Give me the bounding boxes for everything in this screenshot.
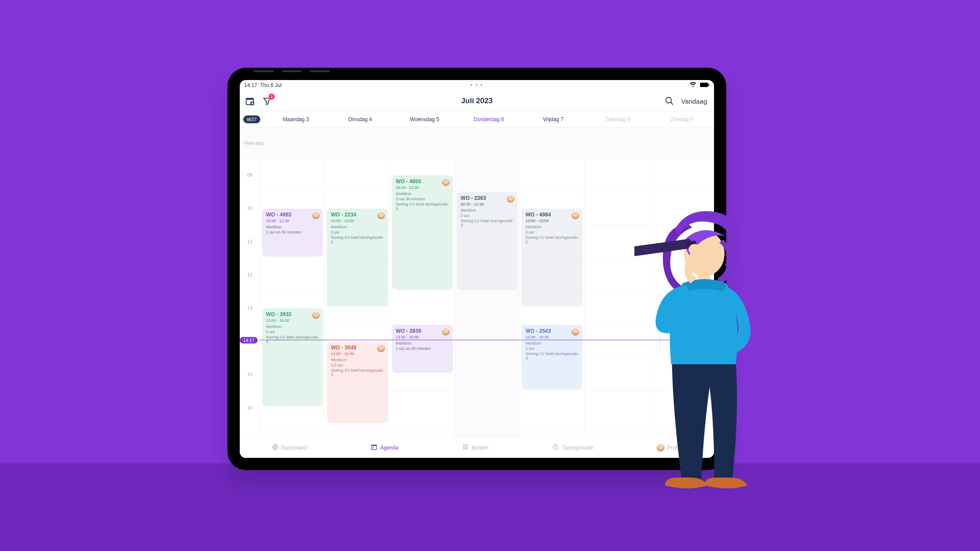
event-note: Storing CV ketel storingscode: 3 — [525, 235, 578, 244]
calendar-add-icon[interactable] — [245, 96, 255, 106]
calendar-event[interactable]: WO - 498310:00 - 11:30Werkbon1 uur en 30… — [262, 209, 323, 257]
event-type: Werkbon — [525, 341, 578, 345]
calendar-event[interactable]: WO - 223410:00 - 13:00Werkbon3 uurStorin… — [327, 209, 388, 307]
illustration-woman-telescope — [634, 206, 779, 529]
event-note: Storing CV ketel storingscode: 3 — [525, 352, 578, 360]
day-column-4[interactable]: WO - 498410:00 - 13:00Werkbon3 uurStorin… — [519, 159, 584, 437]
calendar-event[interactable]: WO - 236309:30 - 12:30Werkbon3 uurStorin… — [457, 192, 518, 290]
status-time: 14:17 — [244, 82, 257, 88]
svg-point-5 — [666, 98, 672, 103]
day-header-2[interactable]: Woensdag 5 — [392, 116, 457, 122]
status-indicators — [687, 82, 710, 89]
event-title: WO - 2363 — [461, 195, 514, 201]
day-column-0[interactable]: WO - 498310:00 - 11:30Werkbon1 uur en 30… — [260, 159, 325, 437]
day-header-6[interactable]: Zondag 9 — [650, 116, 714, 122]
hour-label: 11 — [240, 239, 260, 272]
event-type: Werkbon — [461, 208, 514, 213]
event-duration: 2,5 uur — [331, 363, 384, 367]
event-title: WO - 4983 — [266, 212, 319, 218]
event-duration: 3 uur — [525, 230, 578, 234]
day-column-2[interactable]: WO - 495509:00 - 12:30Werkbon3 uur 30 mi… — [390, 159, 455, 437]
filter-icon[interactable]: 1 — [262, 96, 272, 106]
event-duration: 3 uur — [331, 230, 384, 234]
assignee-avatar — [442, 328, 450, 336]
event-title: WO - 3933 — [266, 311, 319, 317]
week-badge: W27 — [243, 115, 260, 123]
event-note: Storing CV ketel storingscode: 3 — [396, 202, 449, 211]
battery-icon — [700, 83, 710, 89]
event-title: WO - 4984 — [525, 212, 578, 218]
event-duration: 1 uur en 30 minuten — [266, 230, 319, 234]
event-time: 09:30 - 12:30 — [461, 202, 514, 206]
calendar-event[interactable]: WO - 254313:30 - 15:30Werkbon2 uurStorin… — [522, 325, 582, 390]
calendar-event[interactable]: WO - 304914:00 - 16:30Werkbon2,5 uurStor… — [327, 342, 388, 423]
event-time: 10:00 - 13:00 — [331, 219, 384, 223]
week-header: W27 Maandag 3Dinsdag 4Woensdag 5Donderda… — [240, 112, 714, 127]
day-header-4[interactable]: Vrijdag 7 — [521, 116, 585, 122]
tab-agenda[interactable]: Agenda — [371, 443, 398, 452]
tab-dashboard[interactable]: Dashboard — [272, 443, 307, 452]
day-header-3[interactable]: Donderdag 6 — [457, 116, 521, 122]
calendar-event[interactable]: WO - 293913:30 - 15:00Werkbon1 uur en 30… — [392, 325, 453, 373]
event-type: Werkbon — [396, 192, 449, 196]
event-duration: 2 uur — [525, 346, 578, 351]
timer-icon — [552, 443, 559, 452]
event-type: Werkbon — [396, 341, 449, 345]
wifi-icon — [690, 83, 697, 89]
event-title: WO - 2234 — [331, 212, 384, 218]
day-column-1[interactable]: WO - 223410:00 - 13:00Werkbon3 uurStorin… — [325, 159, 389, 437]
svg-rect-13 — [466, 447, 468, 449]
calendar-event[interactable]: WO - 495509:00 - 12:30Werkbon3 uur 30 mi… — [392, 175, 453, 290]
allday-label: Hele dag — [244, 140, 263, 146]
event-type: Werkbon — [331, 225, 384, 229]
event-type: Werkbon — [266, 324, 319, 329]
notification-badge: 1 — [269, 94, 275, 100]
calendar-event[interactable]: WO - 498410:00 - 13:00Werkbon3 uurStorin… — [522, 209, 582, 307]
event-time: 13:30 - 15:30 — [525, 335, 578, 339]
tab-tijdregistratie[interactable]: Tijdregistratie — [552, 443, 593, 452]
event-time: 13:00 - 16:00 — [266, 318, 319, 323]
hour-label: 09 — [240, 172, 260, 206]
event-duration: 3 uur — [461, 213, 514, 218]
svg-rect-0 — [700, 82, 708, 87]
day-column-3[interactable]: WO - 236309:30 - 12:30Werkbon3 uurStorin… — [455, 159, 519, 437]
event-note: Storing CV ketel storingscode: 3 — [266, 335, 319, 344]
event-title: WO - 3049 — [331, 345, 384, 351]
assignee-avatar — [442, 178, 450, 186]
multitask-indicator: • • • — [470, 82, 483, 88]
event-time: 09:00 - 12:30 — [396, 185, 449, 190]
event-duration: 3 uur 30 minuten — [396, 197, 449, 201]
event-title: WO - 2939 — [396, 328, 449, 334]
current-time-pill: 14:17 — [240, 337, 258, 344]
day-header-5[interactable]: Zaterdag 8 — [585, 116, 650, 122]
svg-rect-10 — [463, 445, 465, 446]
status-date: Thu 6 Jul — [260, 82, 281, 88]
day-header-0[interactable]: Maandag 3 — [264, 116, 328, 122]
svg-rect-1 — [708, 84, 709, 86]
allday-row: Hele dag — [240, 127, 714, 159]
search-icon[interactable] — [665, 96, 674, 106]
tab-borden[interactable]: Borden — [462, 443, 489, 452]
svg-point-20 — [689, 244, 701, 255]
event-note: Storing CV ketel storingscode: 3 — [461, 219, 514, 227]
event-type: Werkbon — [266, 225, 319, 229]
svg-point-9 — [373, 447, 374, 449]
event-time: 13:30 - 15:00 — [396, 335, 449, 339]
top-bar: 1 Juli 2023 Vandaag — [240, 91, 714, 112]
assignee-avatar — [377, 212, 385, 220]
tab-label: Tijdregistratie — [562, 445, 593, 451]
calendar-event[interactable]: WO - 393313:00 - 16:00Werkbon3 uurStorin… — [262, 308, 323, 406]
day-header-1[interactable]: Dinsdag 4 — [328, 116, 392, 122]
today-button[interactable]: Vandaag — [681, 98, 707, 105]
status-bar: 14:17 Thu 6 Jul • • • — [240, 80, 714, 91]
hardware-buttons — [254, 66, 338, 74]
grid-icon — [462, 443, 469, 452]
svg-rect-3 — [246, 98, 254, 100]
event-note: Storing CV ketel storingscode: 3 — [331, 235, 384, 244]
hour-label: 16 — [240, 405, 260, 437]
svg-rect-12 — [463, 447, 465, 449]
hour-label: 13 — [240, 305, 260, 338]
event-type: Werkbon — [525, 225, 578, 229]
svg-rect-8 — [371, 445, 377, 446]
event-duration: 1 uur en 30 minuten — [396, 346, 449, 351]
